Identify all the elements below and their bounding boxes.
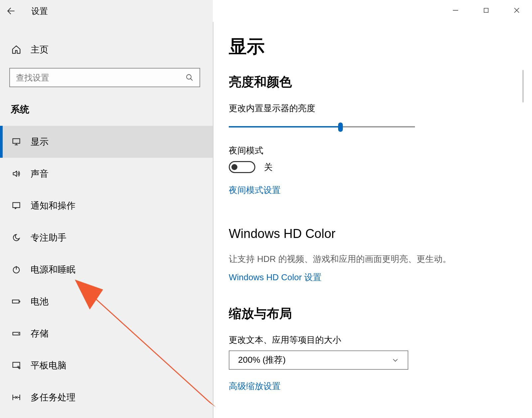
titlebar: 设置 bbox=[0, 0, 532, 22]
sidebar-nav: 显示 声音 通知和操作 专注助手 电源和睡眠 bbox=[0, 126, 213, 413]
sidebar-item-sound[interactable]: 声音 bbox=[0, 158, 213, 190]
svg-rect-13 bbox=[19, 301, 20, 303]
hd-description: 让支持 HDR 的视频、游戏和应用的画面更明亮、更生动。 bbox=[229, 253, 519, 266]
night-light-label: 夜间模式 bbox=[229, 145, 519, 156]
sidebar-item-label: 存储 bbox=[31, 327, 49, 339]
section-hd-title: Windows HD Color bbox=[229, 227, 519, 241]
brightness-slider[interactable] bbox=[229, 119, 415, 135]
sidebar-category: 系统 bbox=[11, 103, 213, 116]
back-button[interactable] bbox=[0, 0, 22, 22]
minimize-button[interactable] bbox=[440, 0, 471, 21]
power-icon bbox=[10, 265, 23, 274]
scale-label: 更改文本、应用等项目的大小 bbox=[229, 334, 519, 346]
sidebar-item-storage[interactable]: 存储 bbox=[0, 317, 213, 349]
sidebar-item-multitasking[interactable]: 多任务处理 bbox=[0, 381, 213, 413]
display-icon bbox=[10, 137, 23, 146]
search-box[interactable] bbox=[9, 68, 200, 87]
sidebar-item-label: 专注助手 bbox=[31, 232, 66, 244]
hd-settings-link[interactable]: Windows HD Color 设置 bbox=[229, 272, 322, 283]
sidebar-item-power[interactable]: 电源和睡眠 bbox=[0, 254, 213, 286]
sidebar-item-label: 显示 bbox=[31, 136, 49, 148]
advanced-scale-link[interactable]: 高级缩放设置 bbox=[229, 380, 281, 392]
close-icon bbox=[513, 7, 520, 14]
battery-icon bbox=[10, 297, 23, 306]
sidebar-item-tablet[interactable]: 平板电脑 bbox=[0, 349, 213, 381]
sidebar-home[interactable]: 主页 bbox=[0, 37, 213, 62]
sidebar-item-label: 平板电脑 bbox=[31, 359, 66, 371]
tablet-icon bbox=[10, 361, 23, 370]
svg-point-4 bbox=[187, 75, 191, 79]
multitasking-icon bbox=[10, 393, 23, 402]
minimize-icon bbox=[452, 7, 459, 14]
search-input[interactable] bbox=[10, 73, 180, 83]
focus-icon bbox=[10, 233, 23, 242]
sidebar-item-label: 通知和操作 bbox=[31, 200, 75, 212]
sidebar-item-label: 电池 bbox=[31, 296, 49, 308]
sound-icon bbox=[10, 169, 23, 178]
home-icon bbox=[10, 45, 23, 55]
sidebar-item-label: 声音 bbox=[31, 168, 49, 180]
window-title: 设置 bbox=[31, 6, 48, 17]
svg-line-5 bbox=[191, 79, 193, 81]
sidebar-item-notifications[interactable]: 通知和操作 bbox=[0, 190, 213, 222]
section-brightness-title: 亮度和颜色 bbox=[229, 74, 519, 91]
brightness-label: 更改内置显示器的亮度 bbox=[229, 103, 519, 114]
scale-dropdown[interactable]: 200% (推荐) bbox=[229, 350, 408, 370]
sidebar-item-focus[interactable]: 专注助手 bbox=[0, 222, 213, 254]
back-arrow-icon bbox=[7, 7, 15, 15]
sidebar-item-label: 多任务处理 bbox=[31, 391, 75, 403]
sidebar-item-battery[interactable]: 电池 bbox=[0, 286, 213, 317]
maximize-button[interactable] bbox=[471, 0, 501, 21]
sidebar-item-display[interactable]: 显示 bbox=[0, 126, 213, 158]
scale-dropdown-value: 200% (推荐) bbox=[238, 354, 286, 366]
svg-rect-6 bbox=[13, 139, 20, 143]
night-light-state: 关 bbox=[264, 161, 273, 173]
sidebar: 主页 系统 显示 声音 通知和操作 bbox=[0, 22, 213, 418]
svg-rect-1 bbox=[484, 8, 488, 13]
close-button[interactable] bbox=[501, 0, 532, 21]
sidebar-item-label: 电源和睡眠 bbox=[31, 264, 75, 276]
section-scale-title: 缩放与布局 bbox=[229, 305, 519, 322]
night-light-settings-link[interactable]: 夜间模式设置 bbox=[229, 184, 281, 196]
content-area: 显示 亮度和颜色 更改内置显示器的亮度 夜间模式 关 夜间模式设置 Window… bbox=[213, 22, 532, 418]
scrollbar[interactable] bbox=[522, 70, 524, 103]
search-icon bbox=[180, 74, 200, 82]
page-title: 显示 bbox=[229, 35, 519, 59]
maximize-icon bbox=[483, 7, 489, 13]
slider-thumb[interactable] bbox=[338, 122, 343, 132]
svg-rect-12 bbox=[12, 300, 19, 303]
sidebar-home-label: 主页 bbox=[31, 44, 49, 56]
svg-point-15 bbox=[18, 333, 19, 334]
storage-icon bbox=[10, 329, 23, 338]
night-light-toggle[interactable] bbox=[229, 161, 255, 173]
svg-rect-9 bbox=[13, 203, 20, 208]
chevron-down-icon bbox=[392, 356, 399, 364]
notifications-icon bbox=[10, 201, 23, 210]
